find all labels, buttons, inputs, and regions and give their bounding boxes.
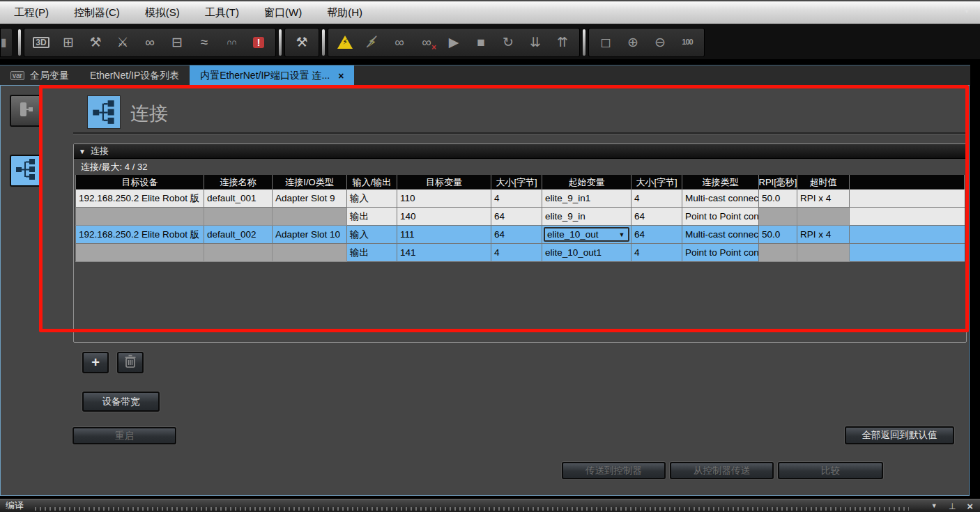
- cell-r3c3[interactable]: 输出: [347, 244, 397, 262]
- cell-r3c11[interactable]: [850, 244, 965, 262]
- cell-r2c10[interactable]: RPI x 4: [797, 226, 850, 244]
- cell-r2c4[interactable]: 111: [397, 226, 491, 244]
- column-header-7[interactable]: 大小[字节]: [631, 175, 682, 189]
- 3d-view-icon[interactable]: 3D: [31, 32, 52, 53]
- search-binoculars-icon[interactable]: ∩∩: [221, 32, 242, 53]
- cell-r2c6[interactable]: elite_10_out▼: [542, 226, 631, 244]
- start-variable-dropdown[interactable]: elite_10_out▼: [544, 227, 629, 242]
- menu-item-5[interactable]: 帮助(H): [327, 6, 362, 20]
- column-header-10[interactable]: 超时值: [797, 175, 850, 189]
- cell-r0c6[interactable]: elite_9_in1: [542, 189, 631, 208]
- edit-tool-icon[interactable]: ⚒: [291, 32, 312, 53]
- cell-r1c2[interactable]: [273, 208, 347, 226]
- device-bandwidth-button[interactable]: 设备带宽: [82, 391, 160, 412]
- cell-r3c6[interactable]: elite_10_out1: [542, 244, 631, 262]
- cell-r0c2[interactable]: Adapter Slot 9: [273, 189, 347, 208]
- cell-r0c1[interactable]: default_001: [204, 189, 273, 208]
- add-connection-button[interactable]: +: [82, 352, 109, 373]
- cell-r0c7[interactable]: 4: [631, 189, 682, 208]
- cell-r3c7[interactable]: 4: [631, 244, 682, 262]
- cell-r2c7[interactable]: 64: [631, 226, 682, 244]
- menu-item-0[interactable]: 工程(P): [14, 6, 49, 20]
- cell-r1c4[interactable]: 140: [397, 208, 491, 226]
- panel-menu-icon[interactable]: ▼: [931, 502, 937, 509]
- cell-r0c8[interactable]: Multi-cast connection: [682, 189, 759, 208]
- cell-r3c10[interactable]: [797, 244, 850, 262]
- column-header-2[interactable]: 连接I/O类型: [273, 175, 347, 189]
- monitor-icon[interactable]: ∞: [389, 32, 410, 53]
- cell-r0c11[interactable]: [850, 189, 965, 208]
- run-mode-icon[interactable]: ▶: [443, 32, 464, 53]
- transfer-to-controller-icon[interactable]: ⇊: [525, 32, 546, 53]
- menu-item-1[interactable]: 控制器(C): [74, 6, 120, 20]
- tab-close-icon[interactable]: ×: [338, 70, 344, 82]
- delete-connection-button[interactable]: [117, 352, 144, 373]
- close-panel-icon[interactable]: ×: [967, 500, 973, 512]
- cell-r1c11[interactable]: [850, 208, 965, 226]
- zoom-out-icon[interactable]: ⊖: [650, 32, 671, 53]
- troubleshoot-icon[interactable]: !: [248, 32, 269, 53]
- cell-r2c3[interactable]: 输入: [347, 226, 397, 244]
- chevron-down-icon[interactable]: ▼: [616, 231, 627, 238]
- table-row-3[interactable]: 输出1414elite_10_out14Point to Point conne…: [75, 244, 965, 262]
- cell-r2c9[interactable]: 50.0: [759, 226, 797, 244]
- column-header-3[interactable]: 输入/输出: [347, 175, 397, 189]
- zoom-in-icon[interactable]: ⊕: [622, 32, 643, 53]
- rebuild-tools-icon[interactable]: ⚔: [112, 32, 133, 53]
- tab-overflow-icon[interactable]: ▼: [963, 7, 970, 15]
- cell-r3c0[interactable]: [75, 244, 204, 262]
- transfer-from-controller-button[interactable]: 从控制器传送: [670, 462, 774, 479]
- cell-r1c9[interactable]: [759, 208, 797, 226]
- menu-item-2[interactable]: 模拟(S): [145, 6, 180, 20]
- synchronize-icon[interactable]: ↻: [498, 32, 519, 53]
- section-header[interactable]: ▼ 连接: [74, 144, 966, 159]
- sidebar-item-connections[interactable]: [10, 155, 41, 187]
- cell-r0c3[interactable]: 输入: [347, 189, 397, 208]
- transfer-to-controller-button[interactable]: 传送到控制器: [562, 462, 666, 479]
- cell-r2c11[interactable]: [850, 226, 965, 244]
- watch-window-icon[interactable]: ∞: [139, 32, 160, 53]
- build-panel-bar[interactable]: 编译 ▼ ⊤ ×: [0, 499, 980, 512]
- column-header-5[interactable]: 大小[字节]: [491, 175, 542, 189]
- go-offline-icon[interactable]: ⚡∕: [362, 32, 383, 53]
- cell-r2c5[interactable]: 64: [491, 226, 542, 244]
- cell-r1c6[interactable]: elite_9_in: [542, 208, 631, 226]
- cell-r3c5[interactable]: 4: [491, 244, 542, 262]
- cell-r0c4[interactable]: 110: [397, 189, 491, 208]
- cell-r0c10[interactable]: RPI x 4: [797, 189, 850, 208]
- stop-monitor-icon[interactable]: ∞×: [416, 32, 437, 53]
- menu-item-3[interactable]: 工具(T): [205, 6, 239, 20]
- cell-r1c1[interactable]: [204, 208, 273, 226]
- cell-r0c5[interactable]: 4: [491, 189, 542, 208]
- data-trace-icon[interactable]: ≈: [194, 32, 215, 53]
- cell-r1c0[interactable]: [75, 208, 204, 226]
- menu-item-4[interactable]: 窗口(W): [264, 6, 302, 20]
- column-header-9[interactable]: RPI[毫秒]: [759, 175, 797, 189]
- watch-table-icon[interactable]: ⊟: [167, 32, 187, 53]
- column-header-0[interactable]: 目标设备: [75, 175, 204, 189]
- cell-r1c8[interactable]: Point to Point connection: [682, 208, 759, 226]
- build-hammer-icon[interactable]: ⚒: [85, 32, 106, 53]
- compare-button[interactable]: 比较: [778, 462, 883, 479]
- cell-r2c2[interactable]: Adapter Slot 10: [273, 226, 347, 244]
- cell-r3c2[interactable]: [273, 244, 347, 262]
- collapse-icon[interactable]: ▼: [79, 148, 86, 155]
- column-header-1[interactable]: 连接名称: [204, 175, 273, 189]
- tab-1[interactable]: EtherNet/IP设备列表: [79, 65, 190, 86]
- cell-r0c0[interactable]: 192.168.250.2 Elite Robot 版: [75, 189, 204, 208]
- pin-icon[interactable]: ⊤: [949, 501, 956, 511]
- fit-view-icon[interactable]: ◻: [595, 32, 616, 53]
- column-header-6[interactable]: 起始变量: [542, 175, 631, 189]
- sidebar-item-port-settings[interactable]: [10, 95, 41, 127]
- cell-r1c3[interactable]: 输出: [347, 208, 397, 226]
- column-header-8[interactable]: 连接类型: [682, 175, 759, 189]
- cell-r3c4[interactable]: 141: [397, 244, 491, 262]
- cell-r1c5[interactable]: 64: [491, 208, 542, 226]
- transfer-from-controller-icon[interactable]: ⇈: [552, 32, 573, 53]
- cell-r2c1[interactable]: default_002: [204, 226, 273, 244]
- cell-r2c8[interactable]: Multi-cast connection: [682, 226, 759, 244]
- cell-r3c9[interactable]: [759, 244, 797, 262]
- tab-2[interactable]: 内置EtherNet/IP端口设置 连...×: [190, 65, 354, 86]
- cell-r1c7[interactable]: 64: [631, 208, 682, 226]
- tab-0[interactable]: var全局变量: [0, 65, 79, 86]
